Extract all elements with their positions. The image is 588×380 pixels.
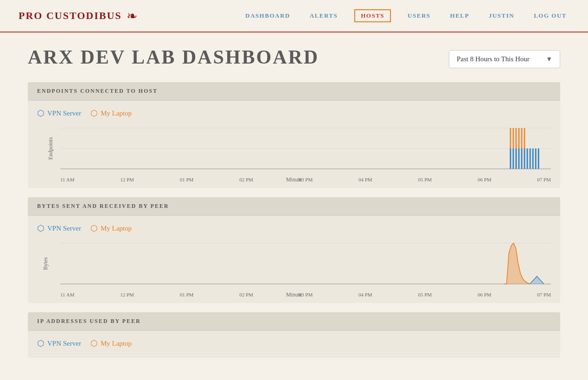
svg-rect-13 xyxy=(527,148,528,169)
server-icon-blue-bytes: ⬡ xyxy=(37,223,45,233)
nav-justin[interactable]: JUSTIN xyxy=(486,10,517,21)
bytes-chart: Bytes 1k 0k xyxy=(60,238,551,289)
x-tick-5pm: 05 PM xyxy=(418,177,432,182)
bytes-x-tick-2pm: 02 PM xyxy=(239,292,253,297)
main-content: ARX DEV LAB DASHBOARD Past 8 Hours to Th… xyxy=(0,32,588,380)
svg-rect-12 xyxy=(524,148,525,169)
svg-rect-15 xyxy=(532,148,534,169)
server-icon-blue-ip: ⬡ xyxy=(37,338,45,348)
x-tick-2pm: 02 PM xyxy=(239,177,253,182)
laptop-icon-orange-ip: ⬡ xyxy=(90,338,98,348)
bytes-x-tick-5pm: 05 PM xyxy=(418,292,432,297)
legend-vpn-server-endpoints[interactable]: ⬡ VPN Server xyxy=(37,108,81,118)
main-nav: DASHBOARD ALERTS HOSTS USERS HELP JUSTIN… xyxy=(243,9,569,22)
nav-alerts[interactable]: ALERTS xyxy=(307,10,341,21)
bytes-y-label: Bytes xyxy=(42,257,49,270)
endpoints-chart-body: ⬡ VPN Server ⬡ My Laptop Endpoints 2 xyxy=(28,101,560,188)
legend-laptop-ip-label: My Laptop xyxy=(101,340,132,348)
svg-rect-10 xyxy=(518,148,519,169)
endpoints-section: ENDPOINTS CONNECTED TO HOST ⬡ VPN Server… xyxy=(28,82,560,188)
bytes-x-tick-3pm: 03 PM xyxy=(299,292,313,297)
svg-rect-9 xyxy=(515,148,517,169)
legend-vpn-ip-label: VPN Server xyxy=(47,340,81,348)
bytes-header: BYTES SENT AND RECEIVED BY PEER xyxy=(28,197,560,216)
svg-rect-11 xyxy=(521,148,523,169)
bytes-x-tick-4pm: 04 PM xyxy=(358,292,372,297)
legend-my-laptop-ip[interactable]: ⬡ My Laptop xyxy=(90,338,132,348)
legend-laptop-label: My Laptop xyxy=(101,109,132,117)
svg-rect-7 xyxy=(510,148,511,169)
page-title: ARX DEV LAB DASHBOARD xyxy=(28,46,319,68)
app-title: PRO CUSTODIBUS xyxy=(19,10,122,22)
bytes-x-tick-6pm: 06 PM xyxy=(478,292,492,297)
svg-rect-22 xyxy=(521,128,523,148)
ip-legend: ⬡ VPN Server ⬡ My Laptop xyxy=(37,338,551,348)
svg-rect-17 xyxy=(538,148,539,169)
x-tick-1pm: 01 PM xyxy=(180,177,194,182)
bytes-svg: 1k 0k xyxy=(60,238,551,289)
time-range-selector[interactable]: Past 8 Hours to This Hour ▼ xyxy=(449,50,560,68)
svg-rect-20 xyxy=(515,128,517,148)
laptop-icon-orange-bytes: ⬡ xyxy=(90,223,98,233)
time-range-label: Past 8 Hours to This Hour xyxy=(457,55,530,63)
x-tick-6pm: 06 PM xyxy=(478,177,492,182)
ip-addresses-header: IP ADDRESSES USED BY PEER xyxy=(28,312,560,331)
svg-rect-21 xyxy=(518,128,519,148)
x-tick-4pm: 04 PM xyxy=(358,177,372,182)
svg-rect-14 xyxy=(530,148,531,169)
nav-users[interactable]: USERS xyxy=(405,10,433,21)
bytes-section: BYTES SENT AND RECEIVED BY PEER ⬡ VPN Se… xyxy=(28,197,560,303)
svg-rect-8 xyxy=(512,148,514,169)
laptop-icon-orange: ⬡ xyxy=(90,108,98,118)
nav-logout[interactable]: LOG OUT xyxy=(531,10,569,21)
endpoints-chart: Endpoints 2 1 0 xyxy=(60,123,551,174)
logo-icon: ❧ xyxy=(127,8,137,24)
endpoints-header: ENDPOINTS CONNECTED TO HOST xyxy=(28,82,560,101)
server-icon-blue: ⬡ xyxy=(37,108,45,118)
nav-hosts[interactable]: HOSTS xyxy=(354,9,391,22)
legend-laptop-bytes-label: My Laptop xyxy=(101,225,132,232)
ip-addresses-chart-body: ⬡ VPN Server ⬡ My Laptop xyxy=(28,331,560,358)
legend-vpn-bytes-label: VPN Server xyxy=(47,225,81,232)
bytes-x-tick-1pm: 01 PM xyxy=(180,292,194,297)
x-tick-11am: 11 AM xyxy=(60,177,74,182)
x-tick-7pm: 07 PM xyxy=(537,177,551,182)
svg-marker-29 xyxy=(504,243,551,284)
svg-rect-16 xyxy=(535,148,537,169)
bytes-x-tick-7pm: 07 PM xyxy=(537,292,551,297)
legend-vpn-server-bytes[interactable]: ⬡ VPN Server xyxy=(37,223,81,233)
svg-rect-23 xyxy=(524,128,525,148)
svg-rect-18 xyxy=(510,128,511,148)
logo-area: PRO CUSTODIBUS ❧ xyxy=(19,8,243,24)
ip-addresses-section: IP ADDRESSES USED BY PEER ⬡ VPN Server ⬡… xyxy=(28,312,560,358)
bytes-x-tick-12pm: 12 PM xyxy=(120,292,134,297)
legend-vpn-label: VPN Server xyxy=(47,109,81,117)
endpoints-legend: ⬡ VPN Server ⬡ My Laptop xyxy=(37,108,551,118)
page-title-row: ARX DEV LAB DASHBOARD Past 8 Hours to Th… xyxy=(28,46,560,68)
bytes-x-tick-11am: 11 AM xyxy=(60,292,74,297)
endpoints-svg: 2 1 0 xyxy=(60,123,551,174)
legend-my-laptop-bytes[interactable]: ⬡ My Laptop xyxy=(90,223,132,233)
bytes-legend: ⬡ VPN Server ⬡ My Laptop xyxy=(37,223,551,233)
x-tick-12pm: 12 PM xyxy=(120,177,134,182)
x-tick-3pm: 03 PM xyxy=(299,177,313,182)
chevron-down-icon: ▼ xyxy=(546,56,552,63)
endpoints-y-label: Endpoints xyxy=(47,137,54,160)
legend-my-laptop-endpoints[interactable]: ⬡ My Laptop xyxy=(90,108,132,118)
header: PRO CUSTODIBUS ❧ DASHBOARD ALERTS HOSTS … xyxy=(0,0,588,32)
nav-help[interactable]: HELP xyxy=(447,10,472,21)
nav-dashboard[interactable]: DASHBOARD xyxy=(243,10,293,21)
legend-vpn-server-ip[interactable]: ⬡ VPN Server xyxy=(37,338,81,348)
bytes-chart-body: ⬡ VPN Server ⬡ My Laptop Bytes 1k 0k xyxy=(28,216,560,303)
svg-rect-19 xyxy=(512,128,514,148)
